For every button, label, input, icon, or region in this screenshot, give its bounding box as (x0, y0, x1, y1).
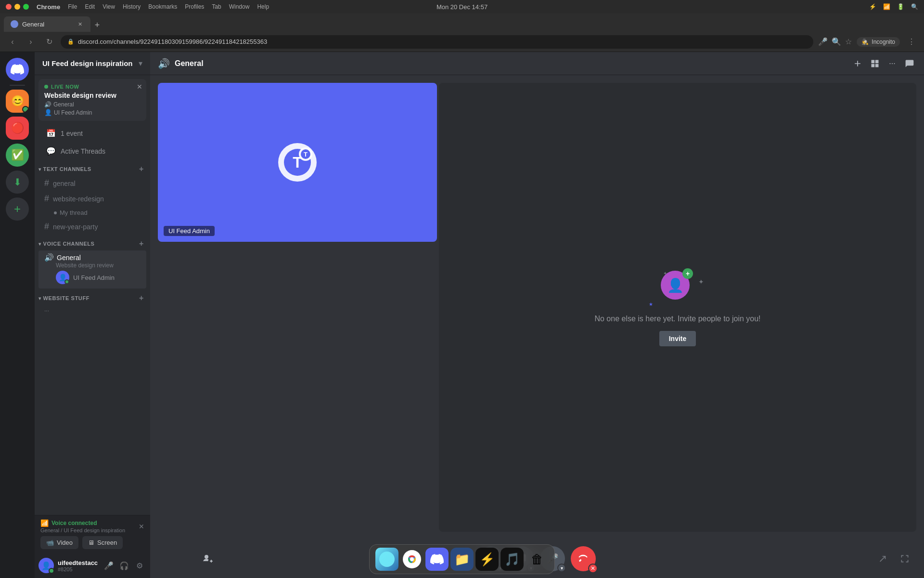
mac-app-name: Chrome (37, 3, 60, 11)
ms-teams-icon: T T (276, 141, 319, 184)
channel-voice-icon: 🔊 (158, 58, 170, 69)
thread-dot-icon (54, 211, 57, 214)
dock-trash[interactable]: 🗑 (526, 548, 549, 571)
channel-hash-icon: # (44, 194, 49, 204)
headset-button[interactable]: 🎧 (117, 559, 131, 572)
settings-button[interactable]: ⚙ (133, 559, 146, 572)
mac-view-menu[interactable]: View (103, 3, 115, 10)
inbox-button[interactable] (903, 57, 916, 70)
mac-file-menu[interactable]: File (68, 3, 77, 10)
add-website-channel-button[interactable]: + (137, 293, 146, 303)
website-stuff-item[interactable]: ··· (38, 305, 146, 316)
address-text: discord.com/channels/922491180309159986/… (78, 38, 267, 45)
layout-grid-button[interactable] (868, 57, 882, 70)
mac-minimize-dot[interactable] (14, 4, 20, 10)
create-invite-button[interactable] (851, 57, 864, 70)
star-icon[interactable]: ☆ (845, 37, 852, 46)
mac-maximize-dot[interactable] (23, 4, 29, 10)
chrome-tab-close-button[interactable]: ✕ (76, 20, 84, 28)
channel-header-actions: ··· (851, 57, 916, 70)
server-icon-guild-1[interactable]: 😊 (6, 90, 29, 113)
text-channels-header[interactable]: ▾ TEXT CHANNELS + (35, 161, 150, 176)
voice-tile-main: T T UI Feed Admin (158, 83, 437, 242)
chrome-menu-button[interactable]: ⋮ (905, 35, 918, 49)
dock-files[interactable]: 📁 (450, 548, 474, 571)
voice-channels-section: ▾ VOICE CHANNELS + 🔊 General Website des… (35, 236, 150, 289)
sidebar-item-event[interactable]: 📅 1 event (38, 125, 146, 142)
user-tag: #8205 (58, 566, 98, 572)
dock-discord[interactable] (425, 548, 449, 571)
voice-tile-user-label: UI Feed Admin (164, 226, 215, 236)
dock-chrome[interactable] (400, 548, 424, 571)
voice-tile-empty: ✦ 👤 + ✦ ★ No one else is here yet. Invit… (439, 83, 916, 532)
more-options-button[interactable]: ··· (886, 57, 899, 70)
dock-music[interactable]: 🎵 (500, 548, 524, 571)
channel-hash-icon: # (44, 178, 49, 188)
mac-close-dot[interactable] (6, 4, 12, 10)
mic-toggle-button[interactable]: 🎤 (102, 559, 116, 572)
user-bar: 👤 uifeedtestacc #8205 🎤 🎧 ⚙ (35, 553, 150, 578)
live-banner-close-button[interactable]: ✕ (137, 83, 142, 91)
invite-empty-text: No one else is here yet. Invite people t… (594, 315, 760, 323)
sidebar-item-active-threads[interactable]: 💬 Active Threads (38, 143, 146, 159)
channel-item-new-year-party[interactable]: # new-year-party (38, 219, 146, 234)
mac-bookmarks-menu[interactable]: Bookmarks (148, 3, 177, 10)
star-decoration: ★ (649, 302, 653, 307)
thread-item-my-thread[interactable]: My thread (38, 207, 146, 219)
mac-window-menu[interactable]: Window (229, 3, 250, 10)
voice-channel-general[interactable]: 🔊 General Website design review 👤 UI Fee… (38, 250, 146, 289)
add-server-button[interactable]: + (6, 197, 29, 221)
voice-grid: T T UI Feed Admin ✦ 👤 + ✦ ★ No one else … (150, 75, 924, 539)
mac-tab-menu[interactable]: Tab (212, 3, 221, 10)
server-name-header[interactable]: UI Feed design inspiration ▾ (35, 52, 150, 75)
voice-disconnect-button[interactable]: ✕ (139, 523, 144, 530)
add-voice-channel-button[interactable]: + (137, 239, 146, 249)
add-text-channel-button[interactable]: + (137, 164, 146, 174)
website-stuff-header[interactable]: ▾ WEBSITE STUFF + (35, 290, 150, 305)
forward-button[interactable]: › (24, 35, 38, 49)
chrome-tab-general[interactable]: General ✕ (4, 16, 90, 32)
server-icon-guild-3[interactable]: ✅ (6, 144, 29, 167)
address-bar[interactable]: 🔒 discord.com/channels/92249118030915998… (61, 35, 813, 49)
dock-finder[interactable]: 😊 (375, 548, 398, 571)
website-stuff-arrow: ▾ (38, 296, 41, 301)
channel-name-general: general (53, 180, 142, 187)
live-dot (44, 85, 48, 89)
pop-out-button[interactable] (872, 549, 891, 568)
mac-profiles-menu[interactable]: Profiles (185, 3, 204, 10)
mic-icon[interactable]: 🎤 (818, 37, 828, 46)
voice-action-buttons: 📹 Video 🖥 Screen (40, 536, 144, 549)
mac-status-icons: ⚡📶🔋🔍 (869, 3, 918, 10)
website-stuff-section: ▾ WEBSITE STUFF + ··· (35, 290, 150, 316)
voice-user-name: UI Feed Admin (73, 274, 115, 281)
mac-edit-menu[interactable]: Edit (85, 3, 95, 10)
chrome-new-tab-button[interactable]: + (90, 18, 104, 32)
chrome-tab-bar: General ✕ + (0, 13, 924, 32)
disconnect-button[interactable]: ✕ (571, 546, 596, 571)
mic-arrow[interactable]: ▾ (557, 564, 566, 572)
channel-item-general[interactable]: # general (38, 176, 146, 191)
lens-icon[interactable]: 🔍 (832, 37, 841, 46)
mac-history-menu[interactable]: History (123, 3, 141, 10)
mac-menu-bar: Chrome File Edit View History Bookmarks … (0, 0, 924, 13)
invite-button[interactable]: Invite (659, 331, 696, 346)
reload-button[interactable]: ↻ (42, 35, 56, 49)
video-button[interactable]: 📹 Video (40, 536, 78, 549)
discord-home-button[interactable] (6, 58, 29, 81)
server-icon-guild-2[interactable]: 🔴 (6, 117, 29, 140)
add-member-button[interactable] (198, 549, 218, 568)
mac-help-menu[interactable]: Help (257, 3, 269, 10)
invite-plus-badge: + (682, 268, 693, 279)
back-button[interactable]: ‹ (6, 35, 19, 49)
server-icon-download[interactable]: ⬇ (6, 171, 29, 194)
channel-item-website-redesign[interactable]: # website-redesign (38, 191, 146, 206)
screen-share-button[interactable]: 🖥 Screen (82, 536, 123, 549)
mac-time: Mon 20 Dec 14:57 (436, 3, 488, 11)
dock-flashcard[interactable]: ⚡ (475, 548, 499, 571)
fullscreen-button[interactable] (895, 549, 914, 568)
voice-channel-subtitle: Website design review (44, 262, 142, 269)
server-notification-dot (22, 106, 29, 113)
voice-side-actions (872, 549, 914, 568)
voice-user-avatar: 👤 (56, 271, 69, 284)
voice-channels-header[interactable]: ▾ VOICE CHANNELS + (35, 236, 150, 250)
